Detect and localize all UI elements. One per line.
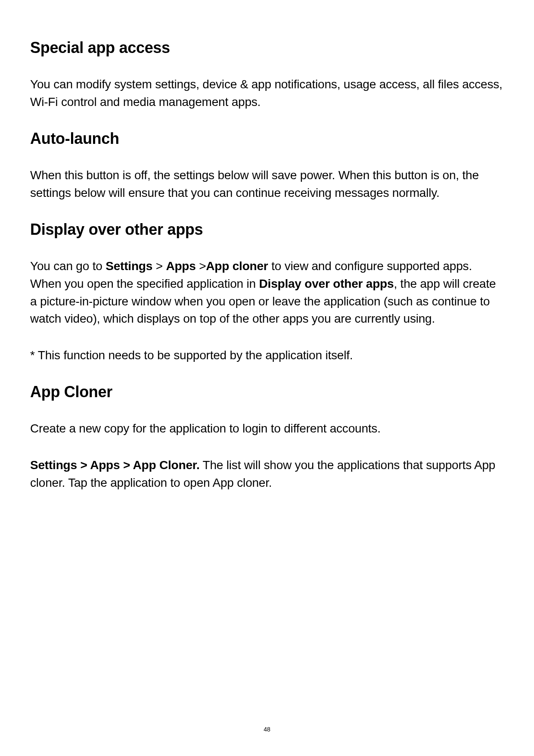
bold-settings: Settings xyxy=(106,259,152,273)
text-fragment: > xyxy=(196,259,206,273)
body-display-over-other-apps: You can go to Settings > Apps >App clone… xyxy=(30,258,504,327)
body-special-app-access: You can modify system settings, device &… xyxy=(30,76,504,111)
section-app-cloner: App Cloner Create a new copy for the app… xyxy=(30,383,504,492)
body-app-cloner-2: Settings > Apps > App Cloner. The list w… xyxy=(30,457,504,492)
heading-special-app-access: Special app access xyxy=(30,39,504,57)
bold-apps: Apps xyxy=(166,259,196,273)
page-number: 48 xyxy=(0,726,534,733)
body-app-cloner-1: Create a new copy for the application to… xyxy=(30,420,504,438)
bold-app-cloner: App cloner xyxy=(206,259,268,273)
note-display-over-other-apps: * This function needs to be supported by… xyxy=(30,347,504,364)
bold-display-over-other-apps: Display over other apps xyxy=(259,277,394,290)
section-auto-launch: Auto-launch When this button is off, the… xyxy=(30,130,504,202)
heading-display-over-other-apps: Display over other apps xyxy=(30,221,504,239)
section-display-over-other-apps: Display over other apps You can go to Se… xyxy=(30,221,504,364)
heading-app-cloner: App Cloner xyxy=(30,383,504,401)
body-auto-launch: When this button is off, the settings be… xyxy=(30,167,504,202)
section-special-app-access: Special app access You can modify system… xyxy=(30,39,504,111)
text-fragment: You can go to xyxy=(30,259,106,273)
text-fragment: > xyxy=(152,259,166,273)
bold-app-cloner-path: Settings > Apps > App Cloner. xyxy=(30,458,200,472)
heading-auto-launch: Auto-launch xyxy=(30,130,504,148)
